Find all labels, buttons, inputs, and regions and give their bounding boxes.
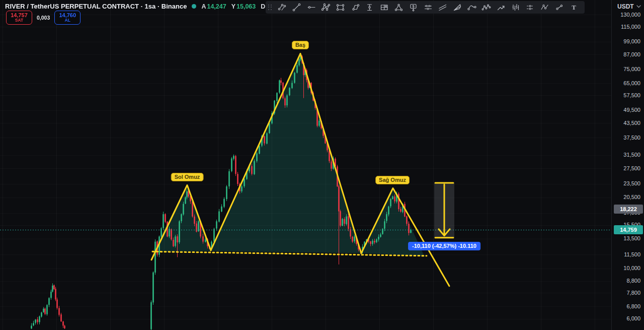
toolbar-tool-disjoint-channel[interactable]	[435, 1, 450, 14]
buy-button[interactable]: 14,760 AL	[54, 11, 80, 25]
cross-line-icon	[277, 3, 287, 12]
axis-tick: 43,500	[623, 120, 640, 126]
toolbar-drag-handle[interactable]	[268, 5, 272, 11]
horizontal-ray-icon	[306, 3, 316, 12]
pattern-label-bas[interactable]: Baş	[292, 41, 309, 49]
bars-pattern-icon	[511, 3, 520, 12]
short-line-icon	[554, 3, 564, 12]
toolbar-tool-long-position[interactable]	[377, 1, 391, 14]
axis-tick: 65,000	[623, 80, 640, 86]
symbol-title[interactable]: RIVER / TetherUS PERPETUAL CONTRACT · 1s…	[5, 3, 187, 10]
toolbar-tool-bars-pattern[interactable]	[508, 1, 523, 14]
toolbar-tool-triangle-pattern[interactable]	[391, 1, 406, 14]
pattern-label-sag-omuz[interactable]: Sağ Omuz	[375, 176, 410, 184]
toolbar-tool-price-label[interactable]: $	[406, 1, 421, 14]
axis-tick: 20,500	[623, 194, 640, 200]
cyclic-pattern-icon	[540, 3, 549, 12]
drawing-toolbar: $T	[266, 1, 585, 14]
toolbar-tool-elliott-wave[interactable]	[479, 1, 494, 14]
axis-tick: 31,500	[623, 152, 640, 158]
sell-button[interactable]: 14,757 SAT	[6, 11, 32, 25]
toolbar-tool-short-line[interactable]	[552, 1, 567, 14]
disjoint-channel-icon	[438, 3, 447, 12]
market-status-dot	[192, 4, 196, 9]
axis-tick: 6,800	[626, 303, 640, 309]
axis-tick: 11,500	[624, 251, 640, 257]
currency-label: USDT	[617, 3, 634, 10]
parallel-channel-icon	[423, 3, 433, 12]
toolbar-tool-rectangle[interactable]	[333, 1, 348, 14]
sell-label: SAT	[15, 18, 23, 23]
fan-lines-icon	[452, 3, 462, 12]
measure-label[interactable]: -10,110 (-42,57%) -10.110	[408, 242, 480, 250]
long-position-icon	[379, 3, 389, 12]
toolbar-tool-regression-trend[interactable]	[523, 1, 537, 14]
rectangle-icon	[336, 3, 345, 12]
toolbar-tool-price-range[interactable]	[362, 1, 377, 14]
pattern-label-sol-omuz[interactable]: Sol Omuz	[171, 173, 204, 181]
toolbar-tool-cross-line[interactable]	[275, 1, 289, 14]
axis-tick: 49,500	[623, 107, 640, 113]
elliott-wave-icon	[481, 3, 491, 12]
curve-icon	[467, 3, 476, 12]
ohlc-item-a: A14,247	[201, 3, 226, 10]
axis-tick: 10,000	[623, 265, 640, 271]
price-axis[interactable]: USDT 130,000115,00099,00087,00075,00065,…	[611, 0, 644, 330]
buy-label: AL	[65, 18, 70, 23]
toolbar-tool-horizontal-ray[interactable]	[304, 1, 318, 14]
chevron-down-icon	[636, 5, 641, 8]
svg-text:$: $	[412, 4, 415, 9]
price-badge-14759: 14,759	[614, 225, 643, 234]
toolbar-tools: $T	[275, 1, 581, 14]
toolbar-tool-xabcd-pattern[interactable]	[318, 1, 333, 14]
axis-tick: 27,500	[623, 165, 640, 171]
ohlc-item-y: Y15,063	[231, 3, 256, 10]
toolbar-tool-cyclic-pattern[interactable]	[537, 1, 552, 14]
trend-arrow-icon	[496, 3, 506, 12]
toolbar-tool-text[interactable]: T	[567, 1, 581, 14]
toolbar-tool-parallel-channel[interactable]	[421, 1, 435, 14]
axis-tick: 8,800	[626, 278, 640, 284]
toolbar-tool-curve[interactable]	[464, 1, 479, 14]
axis-tick: 115,000	[621, 24, 640, 30]
axis-tick: 57,500	[623, 92, 640, 98]
spread-value: 0,003	[37, 15, 50, 21]
toolbar-tool-trend-line[interactable]	[289, 1, 304, 14]
axis-tick: 37,500	[623, 135, 640, 141]
svg-text:T: T	[572, 4, 576, 11]
axis-tick: 7,800	[626, 290, 640, 296]
currency-selector[interactable]: USDT	[617, 3, 641, 10]
toolbar-tool-parallelogram[interactable]	[348, 1, 362, 14]
axis-tick: 23,500	[623, 180, 640, 186]
axis-tick: 130,000	[620, 12, 640, 18]
axis-tick: 13,500	[623, 235, 640, 241]
triangle-pattern-icon	[394, 3, 404, 12]
trading-chart-app: RIVER / TetherUS PERPETUAL CONTRACT · 1s…	[0, 0, 644, 330]
axis-tick: 87,000	[623, 51, 640, 57]
toolbar-tool-fan-lines[interactable]	[450, 1, 464, 14]
axis-tick: 99,000	[623, 38, 640, 44]
order-panel: 14,757 SAT 0,003 14,760 AL	[6, 11, 80, 25]
regression-trend-icon	[525, 3, 535, 12]
toolbar-tool-trend-arrow[interactable]	[494, 1, 508, 14]
trend-line-icon	[292, 3, 301, 12]
text-icon: T	[569, 3, 579, 12]
axis-tick: 6,000	[626, 315, 640, 321]
price-label-icon: $	[409, 3, 418, 12]
axis-tick: 75,000	[623, 66, 640, 72]
price-range-icon	[365, 3, 374, 12]
parallelogram-icon	[350, 3, 360, 12]
price-badge-18222: 18,222	[614, 205, 643, 214]
xabcd-pattern-icon	[321, 3, 331, 12]
